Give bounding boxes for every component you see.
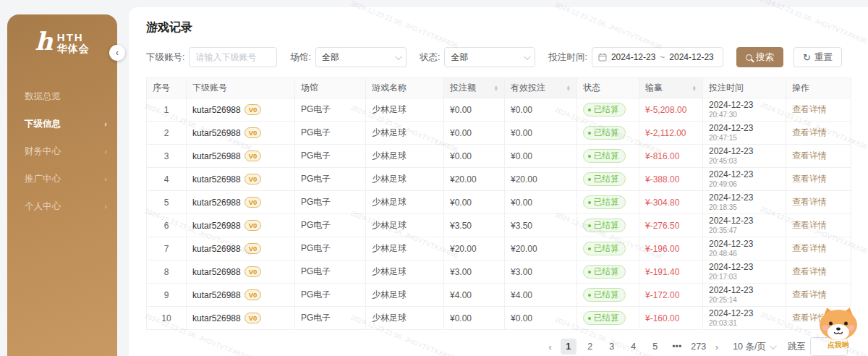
winloss-cell: ¥-816.00	[639, 145, 703, 168]
venue-filter-label: 场馆:	[290, 51, 310, 64]
game-name-cell: 少林足球	[366, 168, 444, 191]
valid-bet-cell: ¥0.00	[505, 122, 577, 145]
page-number-2[interactable]: 2	[582, 339, 598, 355]
page-ellipsis[interactable]: •••	[669, 339, 685, 355]
sidebar-item-财务中心[interactable]: 财务中心 ›	[7, 137, 117, 165]
venue-cell: PG电子	[295, 122, 366, 145]
column-header-venue: 场馆	[295, 78, 366, 98]
pagination: ‹ 12345•••273 › 10 条/页 跳至	[146, 330, 851, 356]
status-dot-icon	[588, 132, 591, 135]
sidebar-item-个人中心[interactable]: 个人中心 ›	[7, 192, 117, 220]
game-name-cell: 少林足球	[366, 191, 444, 214]
row-index: 7	[147, 237, 187, 260]
bet-time: 20:47:30	[709, 111, 780, 119]
status-badge: 已结算	[583, 242, 626, 255]
account-name: kutar526988	[192, 105, 241, 115]
table-row: 4 kutar526988V0 PG电子 少林足球 ¥20.00 ¥20.00 …	[147, 168, 851, 191]
status-badge: 已结算	[583, 311, 626, 325]
bet-date: 2024-12-23	[709, 192, 780, 203]
next-page-button[interactable]: ›	[712, 342, 721, 352]
view-details-link[interactable]: 查看详情	[792, 104, 827, 114]
status-dot-icon	[588, 294, 591, 297]
filter-bar: 下级账号: 请输入下级账号 场馆: 全部 状态: 全部 投注时间: 2024-1…	[146, 47, 851, 67]
view-details-link[interactable]: 查看详情	[792, 197, 827, 207]
chevron-down-icon	[770, 342, 777, 349]
winloss-cell: ¥-172.00	[639, 284, 703, 307]
vip-level-badge: V0	[244, 266, 262, 277]
account-name: kutar526988	[192, 244, 241, 254]
table-row: 8 kutar526988V0 PG电子 少林足球 ¥3.00 ¥3.00 已结…	[147, 260, 851, 284]
winloss-cell: ¥-5,208.00	[639, 98, 703, 122]
sort-carets-icon: ▲▼	[491, 85, 498, 90]
bet-amount-cell: ¥0.00	[444, 98, 505, 122]
bet-time: 20:48:46	[709, 250, 780, 258]
reset-button[interactable]: ↻ 重置	[793, 47, 842, 67]
search-button-label: 搜索	[756, 51, 774, 64]
sidebar-collapse-button[interactable]: ‹	[109, 45, 125, 61]
venue-cell: PG电子	[295, 145, 366, 168]
account-name: kutar526988	[192, 313, 241, 323]
view-details-link[interactable]: 查看详情	[792, 289, 827, 300]
bet-date: 2024-12-23	[709, 285, 780, 295]
status-dot-icon	[588, 201, 591, 204]
row-index: 9	[147, 284, 187, 307]
vip-level-badge: V0	[244, 174, 262, 185]
table-row: 5 kutar526988V0 PG电子 少林足球 ¥0.00 ¥0.00 已结…	[147, 191, 851, 214]
sidebar-item-下级信息[interactable]: 下级信息 ›	[7, 110, 117, 137]
main-content: 游戏记录 下级账号: 请输入下级账号 场馆: 全部 状态: 全部 投注时间: 2…	[129, 7, 868, 356]
sidebar-item-推广中心[interactable]: 推广中心 ›	[7, 165, 117, 192]
status-dot-icon	[588, 155, 591, 158]
status-select[interactable]: 全部	[444, 47, 535, 67]
mascot-shiba[interactable]: 点我哟	[819, 306, 858, 350]
game-name-cell: 少林足球	[366, 122, 444, 145]
view-details-link[interactable]: 查看详情	[792, 243, 827, 253]
column-header-valid[interactable]: 有效投注▲▼	[505, 78, 577, 98]
page-number-4[interactable]: 4	[626, 339, 642, 355]
page-number-1[interactable]: 1	[561, 339, 576, 355]
game-name-cell: 少林足球	[366, 214, 444, 237]
status-badge: 已结算	[583, 103, 626, 116]
venue-select[interactable]: 全部	[315, 47, 407, 67]
status-badge: 已结算	[583, 126, 626, 140]
view-details-link[interactable]: 查看详情	[792, 174, 827, 184]
account-input[interactable]: 请输入下级账号	[189, 47, 277, 67]
valid-bet-cell: ¥3.50	[505, 214, 577, 237]
page-number-5[interactable]: 5	[647, 339, 663, 355]
table-row: 7 kutar526988V0 PG电子 少林足球 ¥20.00 ¥20.00 …	[147, 237, 851, 260]
account-name: kutar526988	[192, 128, 241, 138]
view-details-link[interactable]: 查看详情	[792, 127, 827, 137]
game-name-cell: 少林足球	[366, 260, 444, 284]
date-range-picker[interactable]: 2024-12-23 ~ 2024-12-23	[592, 47, 723, 67]
search-button[interactable]: 搜索	[736, 47, 783, 67]
account-name: kutar526988	[192, 221, 241, 231]
valid-bet-cell: ¥0.00	[505, 98, 577, 122]
status-filter-label: 状态:	[420, 51, 440, 64]
view-details-link[interactable]: 查看详情	[792, 220, 827, 230]
bet-date: 2024-12-23	[709, 239, 780, 249]
venue-select-value: 全部	[322, 51, 339, 64]
bet-amount-cell: ¥20.00	[444, 168, 505, 191]
chevron-down-icon	[395, 53, 402, 60]
account-name: kutar526988	[192, 174, 241, 185]
status-badge: 已结算	[583, 219, 626, 232]
bet-amount-cell: ¥3.50	[444, 214, 505, 237]
logo-h-icon: h	[35, 29, 53, 54]
view-details-link[interactable]: 查看详情	[792, 151, 827, 161]
page-number-3[interactable]: 3	[604, 339, 620, 355]
valid-bet-cell: ¥0.00	[505, 307, 577, 330]
prev-page-button[interactable]: ‹	[545, 342, 554, 352]
chevron-right-icon: ›	[104, 202, 107, 211]
bet-time: 20:49:06	[709, 180, 780, 189]
vip-level-badge: V0	[244, 127, 262, 138]
column-header-bet[interactable]: 投注额▲▼	[444, 78, 505, 98]
column-header-winloss[interactable]: 输赢▲▼	[639, 78, 703, 98]
bet-time: 20:18:35	[709, 203, 780, 212]
sidebar-item-数据总览[interactable]: 数据总览 ›	[7, 82, 117, 110]
winloss-cell: ¥-304.80	[639, 191, 703, 214]
valid-bet-cell: ¥0.00	[505, 145, 577, 168]
venue-cell: PG电子	[295, 191, 366, 214]
page-size-select[interactable]: 10 条/页	[733, 341, 775, 353]
chevron-left-icon: ‹	[116, 48, 119, 58]
view-details-link[interactable]: 查看详情	[792, 266, 827, 276]
page-number-273[interactable]: 273	[691, 339, 707, 355]
